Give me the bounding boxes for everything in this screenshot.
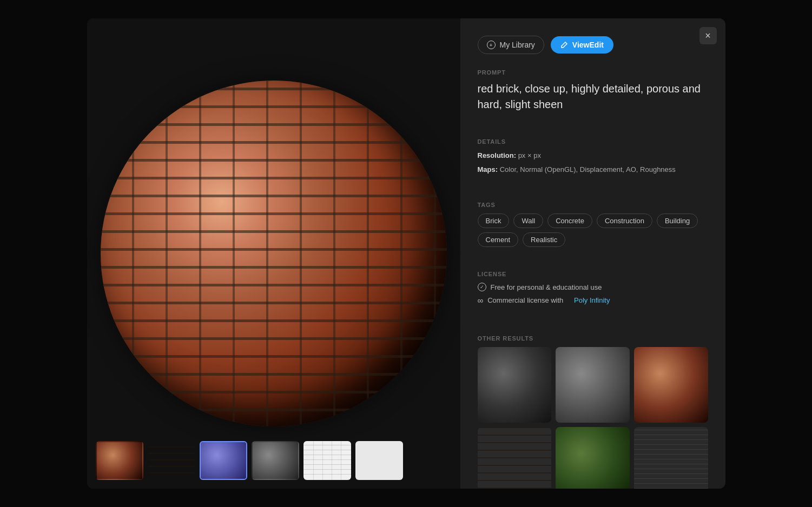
- brick-texture-overlay: [101, 81, 447, 426]
- free-license-icon: ✓: [478, 283, 486, 291]
- thumbnail-2[interactable]: [148, 441, 195, 480]
- preview-panel: [87, 18, 460, 489]
- poly-infinity-link[interactable]: Poly Infinity: [574, 296, 610, 304]
- modal-overlay: × + My Library ViewEdit Prompt red brick…: [0, 0, 812, 507]
- result-sphere-6: [634, 427, 708, 489]
- library-icon: +: [487, 41, 496, 49]
- result-item-5[interactable]: [556, 427, 630, 489]
- tag-brick[interactable]: Brick: [478, 214, 510, 228]
- thumbnail-strip: [87, 432, 460, 489]
- maps-label: Maps:: [478, 165, 498, 174]
- result-sphere-3: [634, 347, 708, 423]
- result-item-1[interactable]: [478, 347, 552, 423]
- result-item-6[interactable]: [634, 427, 708, 489]
- result-sphere-5: [556, 427, 630, 489]
- license-section-label: License: [478, 271, 708, 277]
- result-sphere-4: [478, 427, 552, 489]
- tags-section: Tags Brick Wall Concrete Construction Bu…: [478, 202, 708, 247]
- thumbnail-5[interactable]: [303, 441, 351, 480]
- resolution-label: Resolution:: [478, 151, 517, 159]
- material-modal: × + My Library ViewEdit Prompt red brick…: [87, 18, 725, 489]
- my-library-button[interactable]: + My Library: [478, 36, 544, 54]
- viewedit-label: ViewEdit: [572, 41, 604, 49]
- tag-concrete[interactable]: Concrete: [547, 214, 592, 228]
- close-button[interactable]: ×: [699, 27, 717, 44]
- resolution-row: Resolution: px × px: [478, 150, 708, 161]
- details-section: Details Resolution: px × px Maps: Color,…: [478, 138, 708, 178]
- other-results-label: Other Results: [478, 335, 708, 342]
- prompt-text: red brick, close up, highly detailed, po…: [478, 81, 708, 112]
- results-grid: [478, 347, 708, 489]
- header-actions: + My Library ViewEdit: [478, 36, 708, 54]
- thumbnail-4[interactable]: [252, 441, 299, 480]
- tag-construction[interactable]: Construction: [597, 214, 652, 228]
- tag-realistic[interactable]: Realistic: [523, 232, 565, 247]
- free-license-text: Free for personal & educational use: [491, 283, 602, 291]
- commercial-license-text: Commercial license with: [487, 296, 563, 304]
- tag-cement[interactable]: Cement: [478, 232, 519, 247]
- result-sphere-1: [478, 347, 552, 423]
- tag-building[interactable]: Building: [657, 214, 698, 228]
- maps-value: Color, Normal (OpenGL), Displacement, AO…: [500, 165, 676, 174]
- free-license-row: ✓ Free for personal & educational use: [478, 283, 708, 291]
- maps-row: Maps: Color, Normal (OpenGL), Displaceme…: [478, 164, 708, 175]
- my-library-label: My Library: [500, 41, 535, 49]
- result-item-2[interactable]: [556, 347, 630, 423]
- thumbnail-1[interactable]: [96, 441, 143, 480]
- result-item-4[interactable]: [478, 427, 552, 489]
- infinity-icon: ∞: [478, 296, 484, 305]
- tags-section-label: Tags: [478, 202, 708, 208]
- thumbnail-6[interactable]: [355, 441, 403, 480]
- prompt-section-label: Prompt: [478, 69, 708, 76]
- edit-icon: [560, 41, 568, 49]
- details-panel: × + My Library ViewEdit Prompt red brick…: [460, 18, 725, 489]
- thumbnail-3[interactable]: [200, 441, 247, 480]
- license-section: License ✓ Free for personal & educationa…: [478, 271, 708, 309]
- sphere-preview: [101, 81, 447, 426]
- other-results-section: Other Results: [478, 335, 708, 489]
- details-section-label: Details: [478, 138, 708, 145]
- tags-row: Brick Wall Concrete Construction Buildin…: [478, 214, 708, 247]
- viewedit-button[interactable]: ViewEdit: [551, 36, 613, 54]
- tag-wall[interactable]: Wall: [513, 214, 543, 228]
- result-sphere-2: [556, 347, 630, 423]
- commercial-license-row: ∞ Commercial license with Poly Infinity: [478, 296, 708, 305]
- result-item-3[interactable]: [634, 347, 708, 423]
- resolution-value: px × px: [518, 151, 541, 159]
